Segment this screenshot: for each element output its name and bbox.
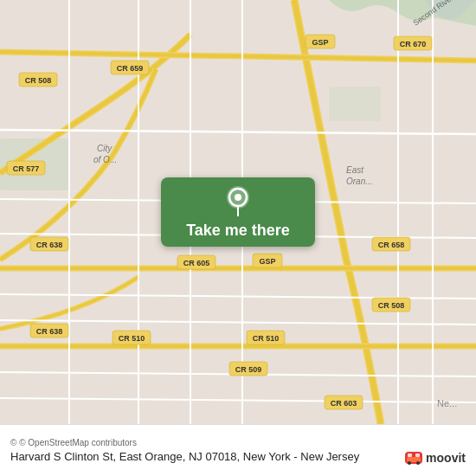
- svg-point-45: [416, 461, 420, 465]
- svg-text:CR 670: CR 670: [400, 40, 427, 48]
- svg-text:CR 510: CR 510: [253, 334, 280, 343]
- attribution-text: © © OpenStreetMap contributors: [10, 438, 466, 447]
- svg-text:GSP: GSP: [312, 38, 328, 47]
- svg-point-41: [235, 194, 241, 201]
- copyright-symbol: ©: [10, 438, 16, 447]
- svg-text:CR 638: CR 638: [36, 241, 63, 249]
- svg-text:CR 509: CR 509: [235, 365, 262, 374]
- svg-rect-47: [415, 453, 420, 457]
- svg-text:East: East: [346, 165, 364, 175]
- svg-text:CR 658: CR 658: [378, 241, 405, 249]
- svg-text:City: City: [97, 144, 113, 153]
- svg-text:CR 659: CR 659: [117, 64, 144, 73]
- svg-text:CR 508: CR 508: [378, 301, 405, 310]
- svg-rect-2: [329, 87, 381, 121]
- info-bar: © © OpenStreetMap contributors Harvard S…: [0, 424, 476, 476]
- svg-point-44: [408, 461, 411, 465]
- svg-text:CR 508: CR 508: [25, 76, 52, 85]
- openstreetmap-link: © OpenStreetMap contributors: [19, 438, 137, 447]
- take-me-there-button[interactable]: Take me there: [161, 177, 315, 247]
- svg-text:CR 577: CR 577: [13, 164, 40, 173]
- map-pin-icon: [224, 185, 252, 216]
- take-me-there-label: Take me there: [186, 222, 290, 240]
- svg-text:GSP: GSP: [259, 257, 275, 266]
- svg-text:of O...: of O...: [93, 155, 117, 164]
- svg-text:CR 605: CR 605: [183, 259, 210, 267]
- svg-text:Ne...: Ne...: [437, 398, 457, 408]
- moovit-icon: [404, 448, 423, 467]
- svg-text:Oran...: Oran...: [346, 177, 373, 186]
- svg-rect-46: [408, 453, 412, 457]
- svg-text:CR 603: CR 603: [331, 399, 357, 408]
- map-container: Second River CR 659 CR 670 CR 508 CR 577…: [0, 0, 476, 424]
- moovit-brand-text: moovit: [426, 451, 466, 465]
- address-text: Harvard S Clinton St, East Orange, NJ 07…: [10, 450, 359, 463]
- svg-text:CR 510: CR 510: [119, 334, 145, 343]
- svg-text:CR 638: CR 638: [36, 327, 63, 336]
- moovit-logo: moovit: [404, 448, 466, 467]
